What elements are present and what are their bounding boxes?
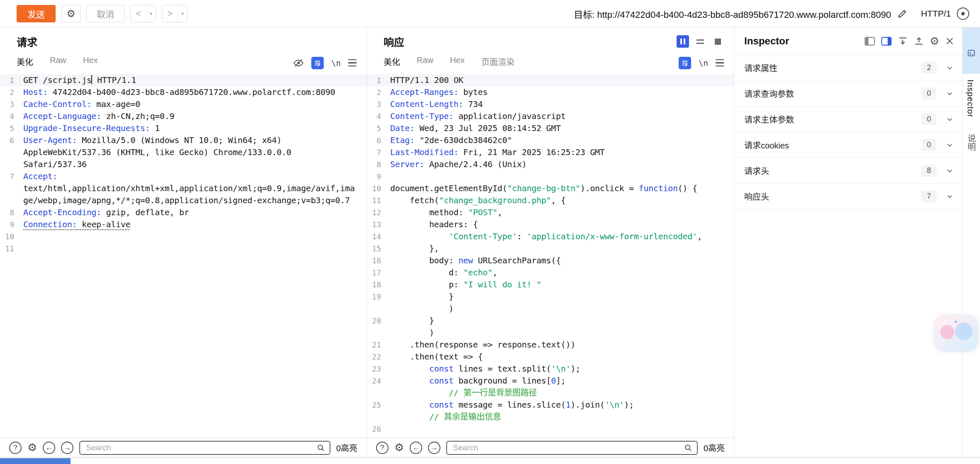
code-row[interactable]: AppleWebKit/537.36 (KHTML, like Gecko) C… (0, 146, 367, 158)
code-row[interactable]: 8Accept-Encoding: gzip, deflate, br (0, 206, 367, 219)
tab-beautify[interactable]: 美化 (17, 56, 33, 70)
tab-raw[interactable]: Raw (417, 56, 433, 70)
code-row[interactable]: // 其余是输出信息 (367, 411, 734, 423)
code-row[interactable]: Safari/537.36 (0, 158, 367, 170)
code-row[interactable]: 4Accept-Language: zh-CN,zh;q=0.9 (0, 110, 367, 122)
forward-dropdown[interactable]: ▾ (178, 5, 187, 22)
search-magnifier-icon[interactable] (316, 443, 325, 452)
code-row[interactable]: text/html,application/xhtml+xml,applicat… (0, 182, 367, 194)
stream-lines-icon[interactable] (694, 35, 706, 48)
edit-target-icon[interactable] (897, 8, 908, 19)
request-editor[interactable]: 1GET /script.js HTTP/1.12Host: 47422d04-… (0, 70, 367, 437)
taskbar-active-segment[interactable] (0, 458, 71, 464)
menu-icon[interactable] (716, 59, 724, 67)
code-row[interactable]: 2Host: 47422d04-b400-4d23-bbc8-ad895b671… (0, 86, 367, 98)
inspector-section-request-query-params[interactable]: 请求查询参数0 (734, 81, 962, 107)
close-icon[interactable] (945, 36, 955, 46)
prev-match-icon[interactable]: ← (410, 442, 422, 454)
search-settings-gear-icon[interactable]: ⚙ (394, 441, 404, 454)
pause-stream-icon[interactable] (677, 35, 689, 48)
code-row[interactable]: 6User-Agent: Mozilla/5.0 (Windows NT 10.… (0, 134, 367, 146)
code-row[interactable]: 15 }, (367, 243, 734, 255)
code-row[interactable]: 11 (0, 243, 367, 255)
code-row[interactable]: 23 const lines = text.split('\n'); (367, 363, 734, 375)
protocol-label[interactable]: HTTP/1 (921, 9, 951, 19)
rail-tab-inspector[interactable]: Inspector (965, 80, 975, 117)
code-row[interactable]: 25 const message = lines.slice(1).join('… (367, 399, 734, 411)
back-dropdown[interactable]: ▾ (146, 5, 156, 22)
code-row[interactable]: 7Accept: (0, 170, 367, 182)
code-row[interactable]: 13 headers: { (367, 219, 734, 231)
code-row[interactable]: 10 (0, 231, 367, 243)
code-row[interactable]: 20 } (367, 315, 734, 327)
collapse-all-icon[interactable] (897, 36, 908, 46)
search-input[interactable] (86, 443, 316, 452)
code-row[interactable]: 3Content-Length: 734 (367, 98, 734, 110)
next-match-icon[interactable]: → (61, 442, 73, 454)
code-row[interactable]: ge/webp,image/apng,*/*;q=0.8,application… (0, 194, 367, 206)
expand-all-icon[interactable] (914, 36, 924, 46)
search-input[interactable] (453, 443, 684, 452)
tab-render[interactable]: 页面渲染 (481, 56, 515, 70)
next-match-icon[interactable]: → (428, 442, 440, 454)
search-settings-gear-icon[interactable]: ⚙ (27, 441, 37, 454)
code-row[interactable]: 17 d: "echo", (367, 267, 734, 279)
inspector-section-request-cookies[interactable]: 请求cookies0 (734, 132, 962, 158)
protocol-badge-icon[interactable] (957, 7, 969, 20)
code-row[interactable]: 3Cache-Control: max-age=0 (0, 98, 367, 110)
tab-raw[interactable]: Raw (50, 56, 66, 70)
code-row[interactable]: 16 body: new URLSearchParams({ (367, 255, 734, 267)
hide-headers-eye-off-icon[interactable] (293, 58, 304, 68)
inspector-settings-gear-icon[interactable]: ⚙ (930, 35, 939, 48)
code-row[interactable]: 19 } (367, 291, 734, 303)
code-row[interactable]: 11 fetch("change_background.php", { (367, 194, 734, 206)
code-row[interactable]: 24 const background = lines[0]; (367, 375, 734, 387)
send-button[interactable]: 发送 (17, 5, 56, 22)
layout-right-icon[interactable] (881, 36, 892, 47)
newline-icon[interactable]: \n (699, 58, 708, 68)
tab-hex[interactable]: Hex (450, 56, 465, 70)
cancel-button[interactable]: 取消 (86, 5, 125, 22)
code-row[interactable]: 4Content-Type: application/javascript (367, 110, 734, 122)
help-icon[interactable]: ? (9, 442, 22, 454)
inspector-section-request-attributes[interactable]: 请求属性2 (734, 55, 962, 81)
forward-button[interactable]: > (162, 5, 178, 22)
send-settings-button[interactable]: ⚙ (61, 5, 81, 22)
code-row[interactable]: 18 p: "I will do it! " (367, 279, 734, 291)
newline-icon[interactable]: \n (331, 58, 341, 68)
code-row[interactable]: 5Upgrade-Insecure-Requests: 1 (0, 122, 367, 134)
layout-left-icon[interactable] (864, 36, 875, 47)
back-button[interactable]: < (131, 5, 146, 22)
tab-hex[interactable]: Hex (83, 56, 98, 70)
stop-stream-icon[interactable] (711, 35, 724, 48)
code-row[interactable]: 2Accept-Ranges: bytes (367, 86, 734, 98)
rail-active-tab-highlight[interactable] (963, 27, 980, 74)
code-row[interactable]: 26 (367, 423, 734, 435)
code-row[interactable]: 5Date: Wed, 23 Jul 2025 08:14:52 GMT (367, 122, 734, 134)
tab-beautify[interactable]: 美化 (384, 56, 400, 70)
code-row[interactable]: ) (367, 303, 734, 315)
code-row[interactable]: 21 .then(response => response.text()) (367, 339, 734, 351)
code-row[interactable]: ) (367, 327, 734, 339)
prev-match-icon[interactable]: ← (43, 442, 55, 454)
code-row[interactable]: 12 method: "POST", (367, 206, 734, 219)
word-wrap-icon[interactable] (679, 57, 691, 69)
menu-icon[interactable] (348, 59, 357, 67)
code-row[interactable]: 1HTTP/1.1 200 OK (367, 74, 734, 86)
inspector-section-response-headers[interactable]: 响应头7 (734, 184, 962, 209)
code-row[interactable]: 7Last-Modified: Fri, 21 Mar 2025 16:25:2… (367, 146, 734, 158)
inspector-section-request-headers[interactable]: 请求头8 (734, 158, 962, 184)
search-magnifier-icon[interactable] (684, 443, 693, 452)
code-row[interactable]: // 第一行是背景图路径 (367, 387, 734, 399)
word-wrap-icon[interactable] (311, 57, 324, 69)
code-row[interactable]: 8Server: Apache/2.4.46 (Unix) (367, 158, 734, 170)
rail-tab-description[interactable]: 说明 (965, 134, 978, 151)
code-row[interactable]: 22 .then(text => { (367, 351, 734, 363)
help-icon[interactable]: ? (376, 442, 389, 454)
inspector-section-request-body-params[interactable]: 请求主体参数0 (734, 107, 962, 132)
code-row[interactable]: 9 (367, 170, 734, 182)
response-editor[interactable]: 1HTTP/1.1 200 OK2Accept-Ranges: bytes3Co… (367, 70, 734, 437)
code-row[interactable]: 10document.getElementById("change-bg-btn… (367, 182, 734, 194)
code-row[interactable]: 6Etag: "2de-630dcb38462c0" (367, 134, 734, 146)
code-row[interactable]: 1GET /script.js HTTP/1.1 (0, 74, 367, 86)
